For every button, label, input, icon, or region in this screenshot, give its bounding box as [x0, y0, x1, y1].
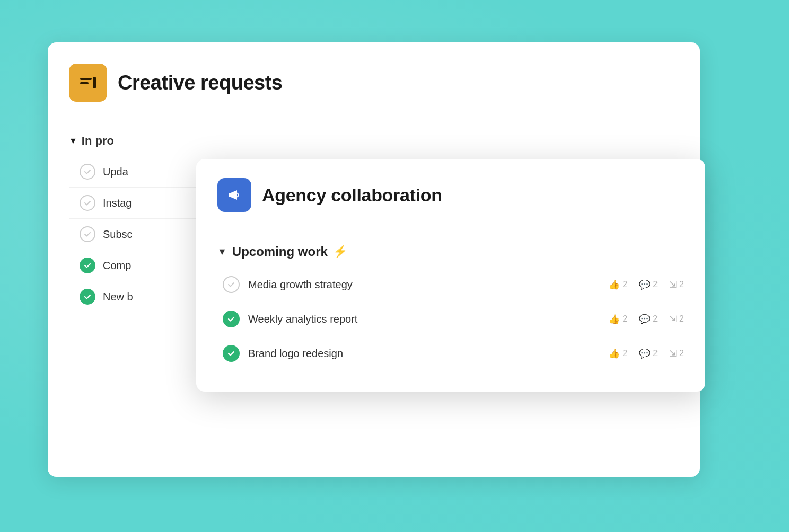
- svg-rect-1: [80, 82, 89, 84]
- overlay-card: Agency collaboration ▼ Upcoming work ⚡ M…: [196, 159, 705, 392]
- task-name: Media growth strategy: [248, 279, 600, 291]
- thumbs-up-icon: 👍: [609, 348, 620, 359]
- task-name: Weekly analytics report: [248, 313, 600, 325]
- comments-count: 💬 2: [639, 279, 658, 290]
- comments-count: 💬 2: [639, 348, 658, 359]
- task-checkbox[interactable]: [80, 195, 95, 211]
- comment-icon: 💬: [639, 348, 650, 359]
- task-row: Brand logo redesign 👍 2 💬 2 ⇲ 2: [217, 336, 684, 370]
- section-header: ▼ In pro: [69, 123, 679, 156]
- task-checkbox-done[interactable]: [80, 258, 95, 273]
- comment-icon: 💬: [639, 314, 650, 325]
- page-title: Creative requests: [118, 72, 282, 94]
- svg-rect-2: [93, 77, 96, 88]
- task-checkbox-done[interactable]: [223, 345, 240, 362]
- task-row: Weekly analytics report 👍 2 💬 2 ⇲ 2: [217, 302, 684, 336]
- task-row: Media growth strategy 👍 2 💬 2 ⇲ 2: [217, 268, 684, 302]
- overlay-task-list: Media growth strategy 👍 2 💬 2 ⇲ 2: [217, 268, 684, 370]
- comment-icon: 💬: [639, 279, 650, 290]
- likes-count: 👍 2: [609, 348, 627, 359]
- task-checkbox-done[interactable]: [223, 311, 240, 327]
- overlay-title: Agency collaboration: [262, 185, 442, 206]
- likes-count: 👍 2: [609, 279, 627, 290]
- lightning-icon: ⚡: [333, 245, 347, 259]
- task-checkbox-done[interactable]: [80, 289, 95, 305]
- subtasks-count: ⇲ 2: [669, 314, 684, 325]
- task-meta: 👍 2 💬 2 ⇲ 2: [609, 314, 684, 325]
- task-meta: 👍 2 💬 2 ⇲ 2: [609, 279, 684, 290]
- main-card: Creative requests ▼ In pro Upda Instag: [48, 42, 700, 477]
- overlay-header: Agency collaboration: [217, 178, 684, 225]
- task-checkbox[interactable]: [80, 164, 95, 180]
- main-header: Creative requests: [69, 64, 679, 102]
- overlay-section-title: Upcoming work: [232, 244, 328, 259]
- overlay-section-header: ▼ Upcoming work ⚡: [217, 240, 684, 268]
- subtask-icon: ⇲: [669, 314, 677, 325]
- agency-collaboration-icon: [217, 178, 251, 212]
- svg-rect-0: [80, 78, 92, 80]
- subtasks-count: ⇲ 2: [669, 348, 684, 359]
- subtask-icon: ⇲: [669, 279, 677, 290]
- thumbs-up-icon: 👍: [609, 314, 620, 325]
- comments-count: 💬 2: [639, 314, 658, 325]
- subtask-icon: ⇲: [669, 348, 677, 359]
- task-checkbox[interactable]: [80, 226, 95, 242]
- subtasks-count: ⇲ 2: [669, 279, 684, 290]
- chevron-down-icon: ▼: [217, 246, 227, 258]
- chevron-down-icon: ▼: [69, 136, 77, 146]
- section-label: In pro: [82, 134, 114, 148]
- creative-requests-icon: [69, 64, 107, 102]
- likes-count: 👍 2: [609, 314, 627, 325]
- thumbs-up-icon: 👍: [609, 279, 620, 290]
- task-checkbox[interactable]: [223, 276, 240, 293]
- task-meta: 👍 2 💬 2 ⇲ 2: [609, 348, 684, 359]
- task-name: Brand logo redesign: [248, 348, 600, 360]
